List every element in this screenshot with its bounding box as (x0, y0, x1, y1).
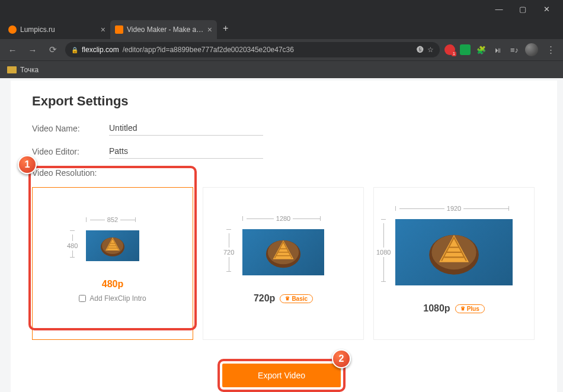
back-button[interactable]: ← (5, 42, 20, 57)
reload-button[interactable]: ⟳ (45, 42, 60, 57)
extension-icon[interactable] (460, 44, 471, 55)
add-intro-checkbox[interactable]: Add FlexClip Intro (79, 294, 146, 303)
resolution-name: 480p (102, 279, 123, 290)
thumbnail-icon (86, 230, 139, 261)
checkbox-label: Add FlexClip Intro (89, 294, 146, 303)
tab-title: Lumpics.ru (20, 25, 97, 34)
dimension-width: 852 (105, 216, 120, 223)
lock-icon: 🔒 (71, 47, 78, 53)
crown-icon: ♛ (285, 295, 290, 301)
video-name-input[interactable]: Untitled (109, 122, 263, 136)
forward-button[interactable]: → (25, 42, 40, 57)
export-video-button[interactable]: Export Video (222, 364, 341, 387)
bookmark-item[interactable]: Точка (7, 66, 39, 74)
resolution-card-1080p[interactable]: 1920 1080 1080p ♛Plus (373, 187, 535, 340)
bookmark-star-icon[interactable]: ☆ (427, 46, 434, 54)
dimension-height: 480 (67, 241, 78, 250)
resolution-card-480p[interactable]: 852 480 480p Add FlexClip Intro (32, 187, 193, 340)
window-minimize[interactable]: — (487, 0, 511, 18)
resolution-card-720p[interactable]: 1280 720 720p ♛Basic (203, 187, 364, 340)
translate-icon[interactable]: 🅖 (417, 46, 424, 54)
profile-avatar[interactable] (525, 43, 538, 56)
crown-icon: ♛ (460, 306, 465, 311)
export-button-area: Export Video (222, 364, 341, 387)
bookmark-label: Точка (20, 66, 39, 74)
video-name-field: Video Name: Untitled (32, 122, 536, 136)
tab-title: Video Maker - Make a Video for (127, 25, 204, 34)
resolution-name: 1080p ♛Plus (423, 303, 485, 314)
field-label: Video Name: (32, 124, 109, 136)
resolution-name: 720p ♛Basic (254, 293, 313, 304)
bookmarks-bar: Точка (0, 60, 563, 78)
window-titlebar: — ▢ ✕ (0, 0, 563, 18)
browser-tabs: Lumpics.ru × Video Maker - Make a Video … (0, 18, 563, 39)
extension-icon[interactable]: 🧩 (475, 44, 487, 56)
window-close[interactable]: ✕ (535, 0, 558, 18)
reading-list-icon[interactable]: ≡♪ (508, 44, 520, 56)
dimension-height: 720 (223, 248, 234, 257)
dimension-width: 1920 (444, 205, 463, 212)
dimension-width: 1280 (274, 215, 293, 222)
dimension-height: 1080 (376, 248, 391, 257)
basic-badge: ♛Basic (280, 294, 313, 303)
field-label: Video Editor: (32, 147, 109, 159)
close-icon[interactable]: × (101, 25, 105, 34)
page-content: Export Settings Video Name: Untitled Vid… (0, 78, 563, 392)
video-editor-field: Video Editor: Patts (32, 145, 536, 159)
extension-icon[interactable]: 1 (444, 44, 455, 55)
window-maximize[interactable]: ▢ (511, 0, 535, 18)
checkbox[interactable] (79, 295, 86, 302)
close-icon[interactable]: × (207, 25, 212, 34)
page-title: Export Settings (32, 94, 536, 109)
url-host: flexclip.com (82, 46, 119, 54)
thumbnail-icon (395, 219, 513, 285)
browser-toolbar: ← → ⟳ 🔒 flexclip.com/editor/app?id=a8899… (0, 39, 563, 60)
favicon-icon (115, 25, 123, 34)
folder-icon (7, 66, 17, 73)
menu-icon[interactable]: ⋮ (543, 42, 558, 57)
address-bar[interactable]: 🔒 flexclip.com/editor/app?id=a8899bee777… (65, 42, 440, 57)
url-path: /editor/app?id=a8899bee777af2de0020345e2… (123, 46, 294, 54)
favicon-icon (8, 25, 17, 34)
export-settings-panel: Export Settings Video Name: Untitled Vid… (11, 81, 557, 392)
media-icon[interactable]: ⏯ (492, 44, 504, 56)
resolution-options: 852 480 480p Add FlexClip Intro 1280 720 (32, 187, 536, 340)
plus-badge: ♛Plus (455, 304, 485, 313)
extensions-area: 1 🧩 ⏯ ≡♪ ⋮ (444, 42, 558, 57)
new-tab-button[interactable]: + (217, 23, 234, 34)
video-resolution-field: Video Resolution: (32, 168, 536, 178)
video-editor-input[interactable]: Patts (109, 145, 263, 159)
tab-lumpics[interactable]: Lumpics.ru × (4, 20, 110, 39)
thumbnail-icon (242, 229, 324, 275)
field-label: Video Resolution: (32, 168, 109, 178)
tab-flexclip[interactable]: Video Maker - Make a Video for × (110, 20, 217, 39)
